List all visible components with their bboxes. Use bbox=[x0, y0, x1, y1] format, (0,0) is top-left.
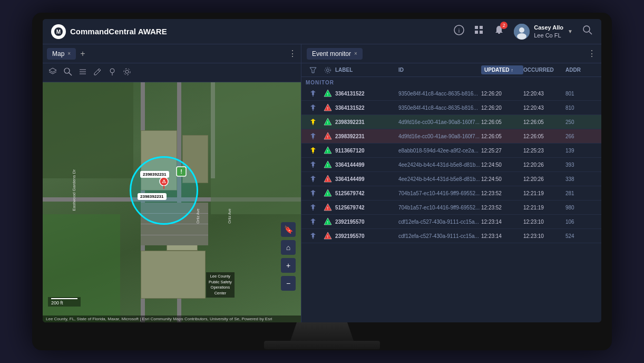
map-tab-menu[interactable]: ⋮ bbox=[288, 49, 297, 59]
label-cell: 3364144499 bbox=[335, 162, 398, 168]
addr-cell: 266 bbox=[565, 133, 597, 139]
label-cell: 2398392231 bbox=[335, 133, 398, 139]
top-nav: M CommandCentral AWARE i bbox=[43, 19, 601, 44]
alert-cell: ! bbox=[320, 160, 335, 169]
table-row[interactable]: ! 3364131522 9350e84f-41c8-4acc-8635-b81… bbox=[301, 87, 601, 101]
table-row[interactable]: ! 3364131522 9350e84f-41c8-4acc-8635-b81… bbox=[301, 101, 601, 115]
user-name: Casey Allo bbox=[534, 24, 563, 31]
map-marker-green[interactable]: ! bbox=[175, 166, 187, 179]
occurred-cell: 12:20:26 bbox=[523, 162, 565, 168]
event-tab-menu[interactable]: ⋮ bbox=[588, 49, 596, 59]
pin-cell[interactable] bbox=[306, 118, 320, 126]
info-icon[interactable]: i bbox=[454, 25, 464, 38]
search-icon[interactable] bbox=[582, 25, 593, 38]
map-tab-add[interactable]: + bbox=[80, 49, 85, 59]
pin-cell[interactable] bbox=[306, 204, 320, 211]
event-table-body: ! 3364131522 9350e84f-41c8-4acc-8635-b81… bbox=[301, 87, 601, 322]
map-tab[interactable]: Map × bbox=[47, 48, 76, 60]
map-toolbar bbox=[43, 63, 301, 82]
table-row[interactable]: ! 3364144499 4ee2424b-b4c4-431d-b5e8-d81… bbox=[301, 172, 601, 186]
pin-cell[interactable] bbox=[306, 132, 320, 140]
svg-text:!: ! bbox=[327, 135, 328, 139]
id-col-header: ID bbox=[398, 67, 481, 73]
pin-cell[interactable] bbox=[306, 147, 320, 154]
user-info: Casey Allo Lee Co FL bbox=[534, 24, 563, 39]
home-button[interactable]: ⌂ bbox=[281, 240, 296, 255]
table-row[interactable]: ! 5125679742 704b1a57-ec10-4416-9ff9-695… bbox=[301, 186, 601, 200]
svg-marker-14 bbox=[49, 68, 56, 72]
bookmark-button[interactable]: 🔖 bbox=[281, 222, 296, 237]
table-header: Label ID Updated ↑ Occurred Addr bbox=[301, 63, 601, 77]
svg-text:!: ! bbox=[180, 168, 182, 175]
label-cell: 9113667120 bbox=[335, 148, 398, 154]
alert-cell: ! bbox=[320, 132, 335, 140]
layers-icon[interactable] bbox=[48, 67, 57, 78]
monitor-outer: M CommandCentral AWARE i bbox=[32, 13, 612, 350]
app-name: CommandCentral AWARE bbox=[70, 27, 167, 36]
updated-cell: 12:26:20 bbox=[481, 91, 523, 97]
grid-icon[interactable] bbox=[474, 25, 484, 38]
settings-map-icon[interactable] bbox=[123, 68, 131, 78]
pin-cell[interactable] bbox=[306, 161, 320, 168]
svg-text:!: ! bbox=[327, 178, 328, 182]
pin-cell[interactable] bbox=[306, 189, 320, 197]
motorola-icon: M bbox=[51, 24, 66, 39]
svg-line-20 bbox=[98, 70, 100, 71]
zoom-in-button[interactable]: + bbox=[281, 258, 296, 273]
pin-cell[interactable] bbox=[306, 232, 320, 240]
map-view[interactable]: ⚠ ! 2398392231 bbox=[43, 82, 301, 322]
user-area[interactable]: Casey Allo Lee Co FL ▼ bbox=[514, 24, 573, 40]
svg-rect-8 bbox=[498, 33, 500, 34]
monitor-screen: M CommandCentral AWARE i bbox=[43, 19, 601, 322]
map-tab-label: Map bbox=[52, 50, 64, 58]
bell-icon[interactable]: 2 bbox=[494, 25, 504, 38]
updated-col-header[interactable]: Updated ↑ bbox=[481, 65, 523, 74]
addr-cell: 393 bbox=[565, 162, 597, 168]
app-logo: M CommandCentral AWARE bbox=[51, 24, 167, 39]
table-row[interactable]: ! 5125679742 704b1a57-ec10-4416-9ff9-695… bbox=[301, 200, 601, 215]
table-row[interactable]: ! 2398392231 4d9fd16e-cc00-41ae-90a8-160… bbox=[301, 129, 601, 144]
table-row[interactable]: ! 2392195570 cdf12efa-c527-430a-9111-cc1… bbox=[301, 215, 601, 229]
pin-cell[interactable] bbox=[306, 175, 320, 183]
table-row[interactable]: ! 2398392231 4d9fd16e-cc00-41ae-90a8-160… bbox=[301, 115, 601, 129]
map-tab-bar: Map × + ⋮ bbox=[43, 44, 301, 63]
table-row[interactable]: ! 2392195570 cdf12efa-c527-430a-9111-cc1… bbox=[301, 229, 601, 243]
alert-cell: ! bbox=[320, 89, 335, 98]
search-map-icon[interactable] bbox=[64, 68, 72, 78]
user-dropdown-chevron[interactable]: ▼ bbox=[568, 28, 573, 34]
table-row[interactable]: ! 9113667120 e8abb018-594d-42ee-a9f2-ce2… bbox=[301, 144, 601, 158]
filter-col-header[interactable] bbox=[306, 66, 320, 74]
svg-text:!: ! bbox=[327, 206, 328, 210]
alert-cell: ! bbox=[320, 217, 335, 226]
alert-cell: ! bbox=[320, 232, 335, 240]
svg-text:!: ! bbox=[327, 235, 328, 238]
alert-cell: ! bbox=[320, 189, 335, 197]
event-tab-bar: Event monitor × ⋮ bbox=[301, 44, 601, 63]
svg-point-23 bbox=[125, 70, 129, 73]
monitor-section-label: MONITOR bbox=[301, 77, 601, 87]
id-cell: 4ee2424b-b4c4-431d-b5e8-d81b... bbox=[398, 176, 481, 182]
pin-icon[interactable] bbox=[108, 68, 116, 78]
addr-cell: 250 bbox=[565, 119, 597, 125]
alert-cell: ! bbox=[320, 103, 335, 112]
map-marker-red[interactable]: ⚠ bbox=[158, 176, 170, 191]
marker-label-1: 2398392231 bbox=[140, 171, 169, 178]
pin-cell[interactable] bbox=[306, 104, 320, 111]
occurred-cell: 12:20:43 bbox=[523, 105, 565, 111]
edit-icon[interactable] bbox=[93, 68, 102, 78]
svg-line-13 bbox=[589, 32, 592, 34]
svg-point-21 bbox=[110, 69, 114, 73]
list-icon[interactable] bbox=[79, 68, 87, 78]
settings-col-header[interactable] bbox=[320, 66, 335, 74]
zoom-out-button[interactable]: − bbox=[281, 276, 296, 291]
table-row[interactable]: ! 3364144499 4ee2424b-b4c4-431d-b5e8-d81… bbox=[301, 158, 601, 172]
monitor-base bbox=[264, 341, 380, 349]
map-tab-close[interactable]: × bbox=[67, 51, 71, 56]
event-tab-close[interactable]: × bbox=[354, 51, 357, 56]
pin-cell[interactable] bbox=[306, 218, 320, 225]
updated-cell: 12:23:14 bbox=[481, 219, 523, 225]
event-monitor-tab[interactable]: Event monitor × bbox=[307, 48, 363, 60]
label-cell: 2392195570 bbox=[335, 233, 398, 239]
user-org: Lee Co FL bbox=[534, 32, 563, 39]
pin-cell[interactable] bbox=[306, 90, 320, 97]
